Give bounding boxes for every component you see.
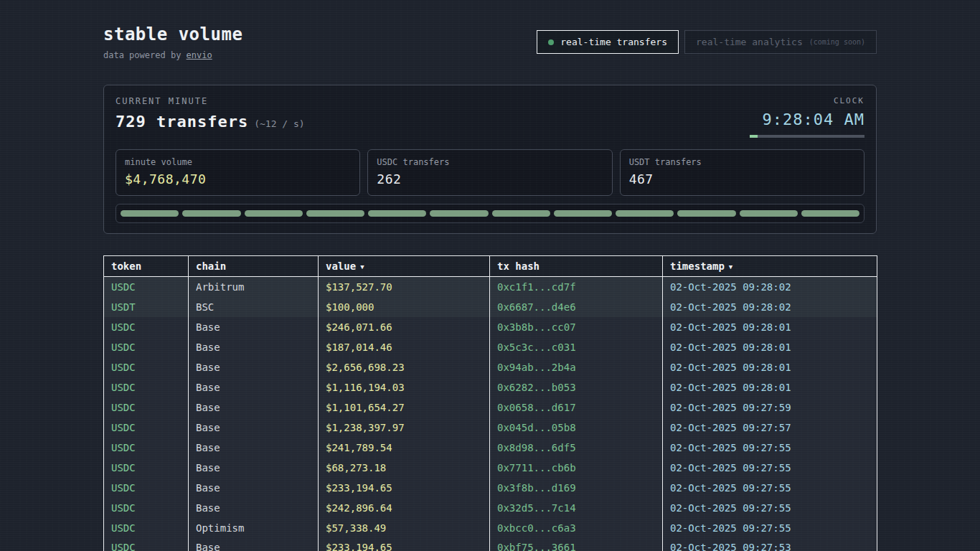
timestamp-cell: 02-Oct-2025 09:27:55 — [663, 438, 877, 458]
chain-cell: Optimism — [189, 518, 319, 538]
stat-label: USDT transfers — [629, 157, 855, 167]
minute-progress-bar — [750, 135, 864, 138]
top-bar: stable volume data powered by envio real… — [103, 24, 877, 60]
tx-hash-link[interactable]: 0x8d98...6df5 — [490, 438, 663, 458]
tx-hash-link[interactable]: 0x5c3c...c031 — [490, 337, 663, 357]
timestamp-cell: 02-Oct-2025 09:28:02 — [663, 277, 877, 297]
chain-cell: Base — [189, 438, 319, 458]
table-row: USDCBase$187,014.460x5c3c...c03102-Oct-2… — [104, 337, 877, 357]
column-label: value — [326, 260, 356, 272]
table-row: USDCArbitrum$137,527.700xc1f1...cd7f02-O… — [104, 277, 877, 297]
tx-hash-link[interactable]: 0xbcc0...c6a3 — [490, 518, 663, 538]
panel-top: CURRENT MINUTE 729 transfers (~12 / s) C… — [116, 96, 864, 138]
token-cell: USDC — [104, 277, 189, 297]
transfers-summary: CURRENT MINUTE 729 transfers (~12 / s) — [116, 96, 305, 131]
page-title: stable volume — [103, 24, 242, 44]
token-cell: USDC — [104, 478, 189, 498]
chain-cell: Base — [189, 538, 319, 551]
tab-real-time-analytics: real-time analytics (coming soon) — [684, 30, 877, 54]
token-cell: USDC — [104, 397, 189, 418]
tx-hash-link[interactable]: 0xbf75...3661 — [490, 538, 663, 551]
token-cell: USDT — [104, 297, 189, 317]
table-row: USDCBase$242,896.640x32d5...7c1402-Oct-2… — [104, 498, 877, 518]
value-cell: $2,656,698.23 — [319, 357, 490, 377]
column-header-chain: chain — [189, 256, 319, 277]
value-cell: $137,527.70 — [319, 277, 490, 297]
timestamp-cell: 02-Oct-2025 09:28:01 — [663, 317, 877, 337]
timestamp-cell: 02-Oct-2025 09:27:55 — [663, 458, 877, 478]
timestamp-cell: 02-Oct-2025 09:28:01 — [663, 377, 877, 397]
tx-hash-link[interactable]: 0x3f8b...d169 — [490, 478, 663, 498]
tx-hash-link[interactable]: 0xc1f1...cd7f — [490, 277, 663, 297]
value-cell: $68,273.18 — [319, 458, 490, 478]
value-cell: $1,116,194.03 — [319, 377, 490, 397]
chain-cell: Base — [189, 377, 319, 397]
token-cell: USDC — [104, 458, 189, 478]
stat-card-minute-volume: minute volume $4,768,470 — [116, 149, 360, 196]
envio-link[interactable]: envio — [187, 50, 212, 60]
timestamp-cell: 02-Oct-2025 09:27:57 — [663, 418, 877, 438]
tab-real-time-transfers[interactable]: real-time transfers — [537, 30, 679, 54]
timestamp-cell: 02-Oct-2025 09:27:55 — [663, 498, 877, 518]
live-dot-icon — [548, 39, 554, 45]
value-cell: $187,014.46 — [319, 337, 490, 357]
token-cell: USDC — [104, 538, 189, 551]
tx-hash-link[interactable]: 0x3b8b...cc07 — [490, 317, 663, 337]
column-label: token — [111, 260, 141, 272]
column-header-time[interactable]: timestamp▼ — [663, 256, 877, 277]
value-cell: $241,789.54 — [319, 438, 490, 458]
tx-hash-link[interactable]: 0x94ab...2b4a — [490, 357, 663, 377]
token-cell: USDC — [104, 418, 189, 438]
chain-cell: Base — [189, 357, 319, 377]
table-row: USDCBase$1,116,194.030x6282...b05302-Oct… — [104, 377, 877, 397]
column-label: timestamp — [670, 260, 725, 272]
tab-label: real-time analytics — [696, 37, 803, 47]
value-cell: $246,071.66 — [319, 317, 490, 337]
table-row: USDCBase$233,194.650xbf75...366102-Oct-2… — [104, 538, 877, 551]
stat-cards: minute volume $4,768,470 USDC transfers … — [116, 149, 864, 196]
current-minute-panel: CURRENT MINUTE 729 transfers (~12 / s) C… — [103, 85, 877, 234]
value-cell: $57,338.49 — [319, 518, 490, 538]
sparkline-segment — [492, 210, 550, 217]
tx-hash-link[interactable]: 0x045d...05b8 — [490, 418, 663, 438]
chain-cell: Base — [189, 418, 319, 438]
transfers-table: tokenchainvalue▼tx hashtimestamp▼ USDCAr… — [103, 255, 877, 551]
timestamp-cell: 02-Oct-2025 09:28:02 — [663, 297, 877, 317]
sparkline-segment — [740, 210, 798, 217]
timestamp-cell: 02-Oct-2025 09:27:53 — [663, 538, 877, 551]
value-cell: $100,000 — [319, 297, 490, 317]
column-header-token: token — [104, 256, 189, 277]
column-header-value[interactable]: value▼ — [319, 256, 490, 277]
tab-label: real-time transfers — [560, 37, 667, 47]
value-cell: $1,101,654.27 — [319, 397, 490, 418]
activity-sparkline — [116, 204, 864, 223]
sparkline-segment — [368, 210, 426, 217]
chain-cell: BSC — [189, 297, 319, 317]
sparkline-segment — [677, 210, 735, 217]
transfers-count: 729 transfers — [116, 113, 248, 131]
table-header-row: tokenchainvalue▼tx hashtimestamp▼ — [104, 256, 877, 277]
tx-hash-link[interactable]: 0x32d5...7c14 — [490, 498, 663, 518]
token-cell: USDC — [104, 377, 189, 397]
value-cell: $233,194.65 — [319, 538, 490, 551]
sparkline-segment — [182, 210, 240, 217]
token-cell: USDC — [104, 438, 189, 458]
transfer-rate: (~12 / s) — [254, 118, 304, 129]
table-row: USDCBase$68,273.180x7711...cb6b02-Oct-20… — [104, 458, 877, 478]
value-cell: $233,194.65 — [319, 478, 490, 498]
tx-hash-link[interactable]: 0x7711...cb6b — [490, 458, 663, 478]
tx-hash-link[interactable]: 0x0658...d617 — [490, 397, 663, 418]
tx-hash-link[interactable]: 0x6687...d4e6 — [490, 297, 663, 317]
chain-cell: Base — [189, 397, 319, 418]
stat-value: $4,768,470 — [125, 171, 351, 187]
timestamp-cell: 02-Oct-2025 09:28:01 — [663, 357, 877, 377]
sparkline-segment — [245, 210, 303, 217]
page: stable volume data powered by envio real… — [103, 0, 877, 551]
table-row: USDTBSC$100,0000x6687...d4e602-Oct-2025 … — [104, 297, 877, 317]
column-header-hash: tx hash — [490, 256, 663, 277]
table-row: USDCBase$1,238,397.970x045d...05b802-Oct… — [104, 418, 877, 438]
column-label: tx hash — [497, 260, 540, 272]
tx-hash-link[interactable]: 0x6282...b053 — [490, 377, 663, 397]
table-row: USDCBase$1,101,654.270x0658...d61702-Oct… — [104, 397, 877, 418]
timestamp-cell: 02-Oct-2025 09:27:55 — [663, 518, 877, 538]
